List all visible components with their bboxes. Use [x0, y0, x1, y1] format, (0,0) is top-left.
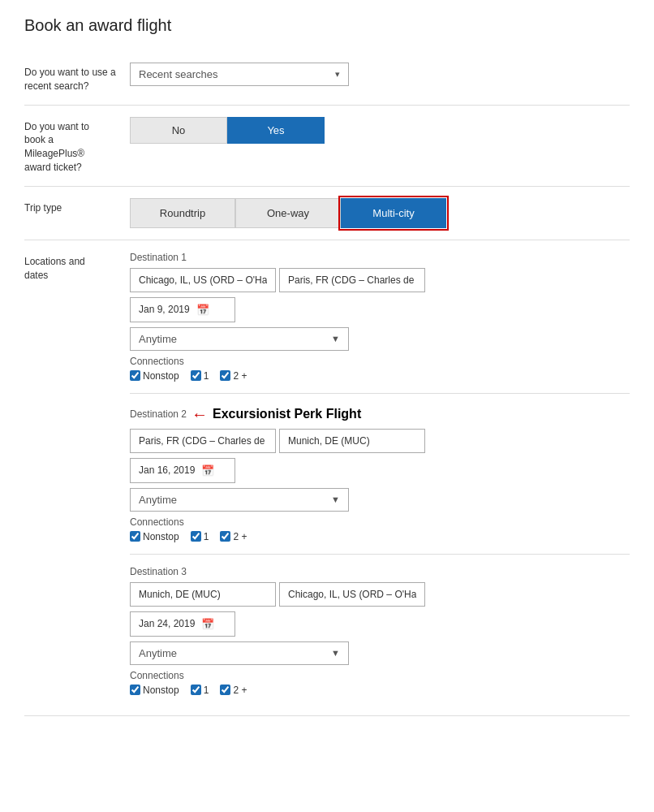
destination-3-date-row: Jan 24, 2019 📅: [130, 611, 630, 637]
destination-2-from[interactable]: [130, 429, 276, 453]
destination-2-label: Destination 2 ← Excursionist Perk Flight: [130, 405, 630, 424]
trip-type-control: Roundtrip One-way Multi-city: [130, 198, 630, 228]
destination-3-label: Destination 3: [130, 566, 630, 577]
destination-1-to[interactable]: [279, 268, 425, 292]
destination-1-connections-label: Connections: [130, 356, 630, 367]
destinations-section: Destination 1 Jan 9, 2019 📅 Anytime ▼ Co…: [130, 252, 630, 704]
mileage-plus-label: Do you want to book a MileagePlus® award…: [24, 117, 130, 175]
mileage-plus-no-button[interactable]: No: [130, 117, 227, 144]
recent-search-label: Do you want to use a recent search?: [24, 63, 130, 93]
destination-2-date-row: Jan 16, 2019 📅: [130, 458, 630, 483]
destination-1-date[interactable]: Jan 9, 2019 📅: [130, 297, 235, 322]
destination-1-from[interactable]: [130, 268, 276, 292]
destination-2-2plus-checkbox[interactable]: 2 +: [220, 531, 247, 542]
destination-1-block: Destination 1 Jan 9, 2019 📅 Anytime ▼ Co…: [130, 252, 630, 382]
destination-2-block: Destination 2 ← Excursionist Perk Flight…: [130, 405, 630, 542]
destination-2-date-value: Jan 16, 2019: [139, 464, 195, 476]
trip-type-row: Trip type Roundtrip One-way Multi-city: [24, 187, 630, 240]
chevron-down-icon: ▾: [335, 69, 340, 80]
mileage-plus-yes-button[interactable]: Yes: [227, 117, 325, 144]
trip-type-label: Trip type: [24, 198, 130, 215]
trip-multicity-button[interactable]: Multi-city: [341, 198, 446, 228]
calendar-icon: 📅: [196, 304, 209, 316]
destination-1-time-select[interactable]: Anytime ▼: [130, 327, 349, 351]
locations-row: Locations and dates Destination 1 Jan 9,…: [24, 240, 630, 716]
chevron-down-icon: ▼: [331, 648, 340, 658]
destination-2-time-value: Anytime: [139, 494, 331, 506]
destination-2-connections-label: Connections: [130, 516, 630, 528]
destination-3-block: Destination 3 Jan 24, 2019 📅 Anytime ▼ C…: [130, 566, 630, 696]
page-title: Book an award flight: [24, 16, 630, 35]
destination-2-connections: Nonstop 1 2 +: [130, 531, 630, 542]
destination-3-date[interactable]: Jan 24, 2019 📅: [130, 611, 235, 637]
destination-3-connections-label: Connections: [130, 670, 630, 681]
destination-1-connections: Nonstop 1 2 +: [130, 370, 630, 382]
mileage-plus-toggle: No Yes: [130, 117, 630, 144]
destination-1-label: Destination 1: [130, 252, 630, 263]
destination-3-2plus-checkbox[interactable]: 2 +: [220, 685, 247, 696]
destination-3-connections: Nonstop 1 2 +: [130, 685, 630, 696]
destination-3-nonstop-checkbox[interactable]: Nonstop: [130, 685, 179, 696]
destination-2-nonstop-checkbox[interactable]: Nonstop: [130, 531, 179, 542]
destination-3-to[interactable]: [279, 582, 425, 607]
dest-divider-1: [130, 393, 630, 394]
destination-1-date-value: Jan 9, 2019: [139, 304, 190, 315]
destination-3-date-value: Jan 24, 2019: [139, 618, 195, 629]
arrow-left-icon: ←: [191, 405, 208, 424]
locations-label: Locations and dates: [24, 252, 130, 283]
destination-1-date-row: Jan 9, 2019 📅: [130, 297, 630, 322]
trip-oneway-button[interactable]: One-way: [235, 198, 341, 228]
destination-1-nonstop-checkbox[interactable]: Nonstop: [130, 370, 179, 382]
excursionist-perk-label: Excursionist Perk Flight: [213, 407, 361, 421]
trip-roundtrip-button[interactable]: Roundtrip: [130, 198, 235, 228]
destination-3-inputs: [130, 582, 630, 607]
trip-type-toggle: Roundtrip One-way Multi-city: [130, 198, 630, 228]
recent-search-value: Recent searches: [139, 68, 327, 80]
destination-3-1stop-checkbox[interactable]: 1: [191, 685, 209, 696]
mileage-plus-row: Do you want to book a MileagePlus® award…: [24, 106, 630, 187]
recent-search-dropdown[interactable]: Recent searches ▾: [130, 63, 349, 86]
recent-search-control: Recent searches ▾: [130, 63, 630, 86]
destination-3-time-value: Anytime: [139, 647, 331, 659]
destination-1-1stop-checkbox[interactable]: 1: [191, 370, 209, 382]
destination-1-inputs: [130, 268, 630, 292]
calendar-icon: 📅: [201, 618, 214, 630]
calendar-icon: 📅: [201, 464, 214, 477]
chevron-down-icon: ▼: [331, 334, 340, 343]
destination-2-1stop-checkbox[interactable]: 1: [191, 531, 209, 542]
dest-divider-2: [130, 554, 630, 555]
destination-2-inputs: [130, 429, 630, 453]
destination-3-time-select[interactable]: Anytime ▼: [130, 641, 349, 665]
destination-2-date[interactable]: Jan 16, 2019 📅: [130, 458, 235, 483]
recent-search-row: Do you want to use a recent search? Rece…: [24, 51, 630, 106]
destination-1-time-value: Anytime: [139, 333, 331, 345]
chevron-down-icon: ▼: [331, 495, 340, 504]
destination-3-from[interactable]: [130, 582, 276, 607]
mileage-plus-control: No Yes: [130, 117, 630, 144]
destination-1-2plus-checkbox[interactable]: 2 +: [220, 370, 247, 382]
destination-2-time-select[interactable]: Anytime ▼: [130, 488, 349, 512]
destination-2-to[interactable]: [279, 429, 425, 453]
